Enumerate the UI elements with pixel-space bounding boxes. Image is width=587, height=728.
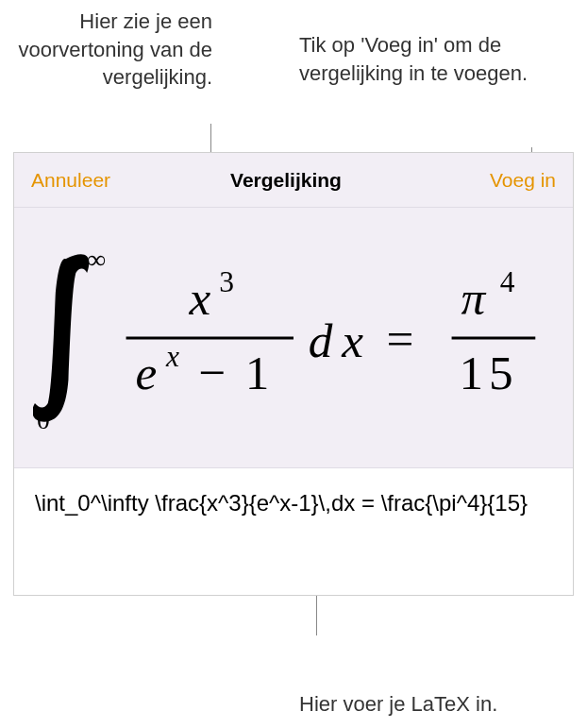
- callout-latex-text: Hier voer je LaTeX in.: [299, 690, 507, 719]
- svg-text:−: −: [198, 346, 226, 399]
- svg-text:4: 4: [500, 264, 515, 297]
- dialog-toolbar: Annuleer Vergelijking Voeg in: [14, 153, 573, 208]
- callout-preview-text: Hier zie je een voorvertoning van de ver…: [0, 8, 212, 92]
- svg-text:d: d: [309, 313, 333, 366]
- equation-preview: ∞ 0 x 3 e x − 1 d x = π 4 1 5: [14, 208, 573, 468]
- svg-text:1: 1: [245, 346, 270, 399]
- rendered-equation: ∞ 0 x 3 e x − 1 d x = π 4 1 5: [33, 239, 554, 437]
- latex-input[interactable]: \int_0^\infty \frac{x^3}{e^x-1}\,dx = \f…: [14, 468, 573, 595]
- svg-text:0: 0: [37, 404, 50, 433]
- svg-text:∞: ∞: [87, 245, 106, 274]
- svg-text:x: x: [341, 313, 363, 366]
- svg-text:1: 1: [459, 346, 483, 399]
- svg-text:x: x: [165, 339, 179, 372]
- svg-text:π: π: [461, 271, 486, 325]
- equation-dialog: Annuleer Vergelijking Voeg in ∞ 0 x 3 e …: [13, 152, 574, 596]
- callout-insert-text: Tik op 'Voeg in' om de vergelijking in t…: [299, 31, 587, 87]
- svg-text:e: e: [135, 346, 157, 399]
- svg-text:3: 3: [219, 264, 234, 297]
- svg-text:5: 5: [489, 346, 513, 399]
- svg-text:=: =: [387, 311, 414, 364]
- dialog-title: Vergelijking: [82, 169, 490, 192]
- insert-button[interactable]: Voeg in: [490, 169, 556, 192]
- svg-text:x: x: [189, 271, 211, 325]
